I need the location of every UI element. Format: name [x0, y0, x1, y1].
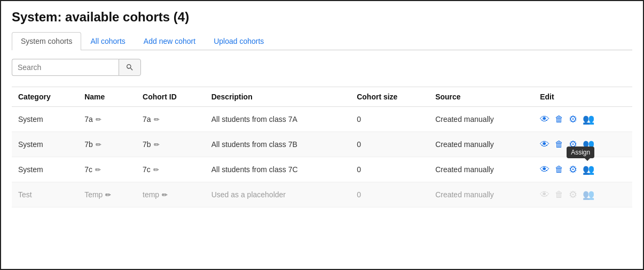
cell-source: Created manually [429, 182, 533, 207]
name-value: 7c [84, 165, 92, 174]
table-row: System 7b ✏ 7b ✏ All students from class… [12, 132, 632, 157]
cell-cohort-id: temp ✏ [136, 182, 205, 207]
assign-users-icon[interactable]: 👥 [583, 138, 594, 150]
name-cell: 7a ✏ [84, 115, 130, 124]
table-row: System 7a ✏ 7a ✏ All students from class… [12, 107, 632, 132]
cell-name: 7c ✏ [78, 157, 136, 182]
cell-edit: 👁 🗑 ⚙ 👥 [533, 107, 632, 132]
edit-name-icon[interactable]: ✏ [96, 115, 101, 124]
cell-description: Used as a placeholder [205, 182, 350, 207]
cell-edit: 👁 🗑 ⚙ Assign 👥 [533, 157, 632, 182]
cell-source: Created manually [429, 107, 533, 132]
col-header-source: Source [429, 87, 533, 107]
delete-icon[interactable]: 🗑 [555, 140, 563, 149]
view-icon[interactable]: 👁 [540, 139, 549, 150]
view-icon[interactable]: 👁 [540, 189, 549, 200]
view-icon[interactable]: 👁 [540, 114, 549, 125]
tab-all-cohorts[interactable]: All cohorts [81, 32, 134, 50]
settings-icon[interactable]: ⚙ [569, 113, 577, 125]
page-title: System: available cohorts (4) [12, 10, 632, 25]
name-value: 7b [84, 140, 93, 149]
col-header-cohort-size: Cohort size [350, 87, 429, 107]
search-row [12, 59, 632, 76]
cell-description: All students from class 7A [205, 107, 350, 132]
cell-description: All students from class 7B [205, 132, 350, 157]
cell-cohort-size: 0 [350, 132, 429, 157]
edit-cohort-id-icon[interactable]: ✏ [154, 141, 160, 149]
cell-cohort-size: 0 [350, 157, 429, 182]
col-header-name: Name [78, 87, 136, 107]
cell-source: Created manually [429, 132, 533, 157]
edit-name-icon[interactable]: ✏ [96, 141, 101, 149]
cell-cohort-size: 0 [350, 107, 429, 132]
edit-cohort-id-icon[interactable]: ✏ [162, 191, 168, 199]
cell-edit: 👁 🗑 ⚙ 👥 [533, 132, 632, 157]
settings-icon[interactable]: ⚙ [569, 138, 577, 150]
settings-icon[interactable]: ⚙ [569, 164, 577, 175]
name-cell: Temp ✏ [84, 190, 130, 199]
id-cell: 7c ✏ [143, 165, 199, 174]
cell-cohort-id: 7c ✏ [136, 157, 205, 182]
search-input[interactable] [12, 59, 119, 76]
tab-add-new-cohort[interactable]: Add new cohort [135, 32, 205, 50]
cohort-id-value: 7b [143, 140, 151, 149]
table-row: Test Temp ✏ temp ✏ Used as a placeholder… [12, 182, 632, 207]
name-value: Temp [84, 190, 103, 199]
col-header-edit: Edit [533, 87, 632, 107]
edit-name-icon[interactable]: ✏ [105, 191, 111, 199]
view-icon[interactable]: 👁 [540, 164, 549, 175]
cohorts-table: Category Name Cohort ID Description Coho… [12, 87, 632, 207]
cell-edit: 👁 🗑 ⚙ 👥 [533, 182, 632, 207]
edit-actions: 👁 🗑 ⚙ 👥 [540, 113, 626, 125]
cohort-id-value: temp [143, 190, 159, 199]
id-cell: 7b ✏ [143, 140, 199, 149]
name-cell: 7b ✏ [84, 140, 130, 149]
cell-category: System [12, 132, 78, 157]
name-value: 7a [84, 115, 93, 124]
edit-actions: 👁 🗑 ⚙ Assign 👥 [540, 164, 626, 175]
search-button[interactable] [119, 59, 141, 76]
tab-system-cohorts[interactable]: System cohorts [12, 32, 81, 50]
edit-cohort-id-icon[interactable]: ✏ [153, 166, 159, 174]
cell-category: Test [12, 182, 78, 207]
table-row: System 7c ✏ 7c ✏ All students from class… [12, 157, 632, 182]
cohort-id-value: 7a [143, 115, 151, 124]
col-header-cohort-id: Cohort ID [136, 87, 205, 107]
delete-icon[interactable]: 🗑 [555, 165, 563, 174]
cell-category: System [12, 107, 78, 132]
tabs-container: System cohorts All cohorts Add new cohor… [12, 32, 632, 50]
delete-icon[interactable]: 🗑 [555, 114, 563, 124]
col-header-description: Description [205, 87, 350, 107]
assign-users-icon[interactable]: 👥 [583, 164, 594, 175]
cell-cohort-id: 7b ✏ [136, 132, 205, 157]
page-wrapper: System: available cohorts (4) System coh… [0, 0, 644, 270]
cell-name: Temp ✏ [78, 182, 136, 207]
cell-cohort-size: 0 [350, 182, 429, 207]
edit-actions: 👁 🗑 ⚙ 👥 [540, 189, 626, 200]
cell-name: 7a ✏ [78, 107, 136, 132]
edit-cohort-id-icon[interactable]: ✏ [154, 115, 160, 124]
assign-users-icon[interactable]: 👥 [583, 189, 594, 200]
delete-icon[interactable]: 🗑 [555, 190, 563, 199]
cell-cohort-id: 7a ✏ [136, 107, 205, 132]
cell-name: 7b ✏ [78, 132, 136, 157]
edit-name-icon[interactable]: ✏ [95, 166, 101, 174]
settings-icon[interactable]: ⚙ [569, 189, 577, 200]
cell-description: All students from class 7C [205, 157, 350, 182]
assign-users-icon[interactable]: 👥 [583, 113, 594, 125]
cell-source: Created manually [429, 157, 533, 182]
cohort-id-value: 7c [143, 165, 151, 174]
tab-upload-cohorts[interactable]: Upload cohorts [205, 32, 273, 50]
cell-category: System [12, 157, 78, 182]
search-icon [125, 63, 134, 72]
table-header-row: Category Name Cohort ID Description Coho… [12, 87, 632, 107]
assign-wrapper: Assign 👥 [583, 164, 594, 175]
id-cell: temp ✏ [143, 190, 199, 199]
name-cell: 7c ✏ [84, 165, 130, 174]
id-cell: 7a ✏ [143, 115, 199, 124]
col-header-category: Category [12, 87, 78, 107]
edit-actions: 👁 🗑 ⚙ 👥 [540, 138, 626, 150]
